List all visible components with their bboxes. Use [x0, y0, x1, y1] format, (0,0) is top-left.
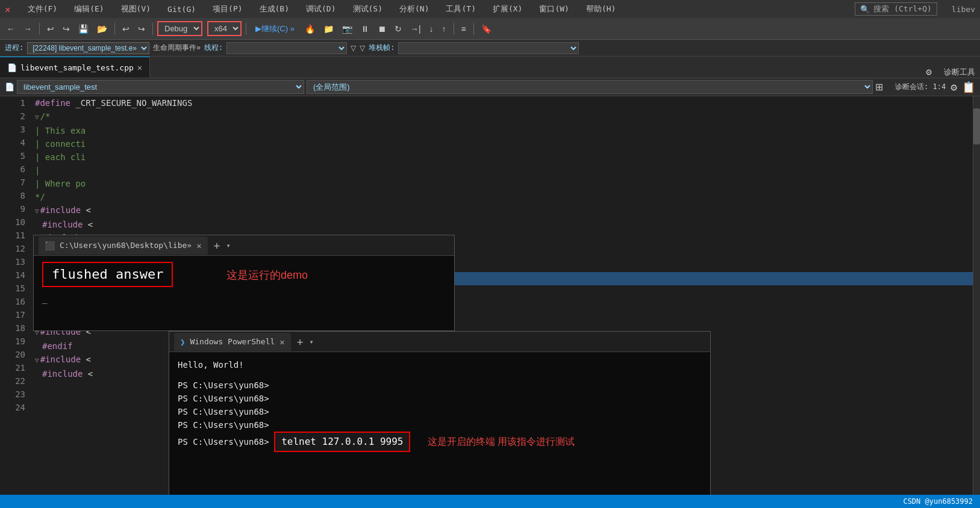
file-nav-dropdown[interactable]: libevent_sample_test	[17, 80, 304, 94]
tab-actions: ⚙ 诊断工具	[926, 66, 980, 78]
menu-project[interactable]: 项目(P)	[209, 2, 246, 16]
redo-btn[interactable]: ↪	[60, 22, 73, 36]
camera-btn[interactable]: 📷	[339, 22, 355, 36]
close-icon[interactable]: ✕	[5, 4, 11, 15]
terminal-2-close[interactable]: ✕	[279, 335, 284, 348]
ps-line-2: PS C:\Users\yun68>	[178, 392, 702, 405]
status-text: CSDN @yun6853992	[903, 497, 973, 506]
terminal-2-title: Windows PowerShell	[190, 335, 275, 348]
menu-extend[interactable]: 扩展(X)	[489, 2, 526, 16]
menu-file[interactable]: 文件(F)	[24, 2, 61, 16]
undo2-btn[interactable]: ↩	[119, 22, 133, 36]
app-name: libev	[952, 5, 975, 14]
step-over-btn[interactable]: →|	[407, 22, 424, 36]
terminal-2-body: Hello, World! PS C:\Users\yun68> PS C:\U…	[169, 352, 710, 458]
title-bar: ✕ 文件(F) 编辑(E) 视图(V) Git(G) 项目(P) 生成(B) 调…	[0, 0, 980, 18]
open-folder-btn[interactable]: 📁	[320, 22, 337, 36]
ps-line-4: PS C:\Users\yun68>	[178, 418, 702, 432]
toolbar: ← → ↩ ↪ 💾 📂 ↩ ↪ Debug x64 ▶ 继续(C) » 🔥 📁 …	[0, 18, 980, 40]
code-editor[interactable]: #define _CRT_SECURE_NO_WARNINGS ▽/* | Th…	[30, 96, 973, 508]
menu-edit[interactable]: 编辑(E)	[70, 2, 107, 16]
status-bar: CSDN @yun6853992	[0, 495, 980, 508]
menu-analyze[interactable]: 分析(N)	[396, 2, 432, 16]
restart-btn[interactable]: ↻	[392, 22, 405, 36]
terminal-2-tab[interactable]: ❯ Windows PowerShell ✕	[174, 333, 291, 351]
open-btn[interactable]: 📂	[94, 22, 110, 36]
menu-build[interactable]: 生成(B)	[256, 2, 293, 16]
terminal-2-tab-bar: ❯ Windows PowerShell ✕ + ▾	[169, 332, 710, 352]
diag-report-icon[interactable]: 📋	[962, 81, 975, 93]
terminal-1-annotation: 这是运行的demo	[226, 269, 308, 281]
terminal-1-icon: ⬛	[45, 239, 55, 252]
menu-view[interactable]: 视图(V)	[117, 2, 154, 16]
terminal-window-2[interactable]: ❯ Windows PowerShell ✕ + ▾ Hello, World!…	[169, 331, 711, 508]
step-out-btn[interactable]: ↑	[439, 22, 449, 36]
ps-telnet-line: PS C:\Users\yun68> telnet 127.0.0.1 9995…	[178, 432, 702, 452]
format-btn[interactable]: ≡	[458, 22, 469, 36]
nav-bar: 📄 libevent_sample_test (全局范围) ⊞ 诊断会话: 1:…	[0, 78, 980, 96]
menu-test[interactable]: 测试(S)	[349, 2, 386, 16]
editor-scrollbar[interactable]	[973, 96, 980, 508]
terminal-2-chevron[interactable]: ▾	[310, 335, 314, 348]
step-into-btn[interactable]: ↓	[426, 22, 437, 36]
undo-btn[interactable]: ↩	[44, 22, 57, 36]
hello-world-line: Hello, World!	[178, 358, 702, 371]
menu-debug[interactable]: 调试(D)	[302, 2, 339, 16]
terminal-1-chevron[interactable]: ▾	[226, 239, 230, 252]
search-bar[interactable]: 🔍 搜索 (Ctrl+Q)	[855, 2, 937, 16]
lifecycle-btn[interactable]: 生命周期事件»	[153, 43, 201, 53]
settings-icon[interactable]: ⚙	[926, 66, 932, 78]
file-type-icon: 📄	[5, 82, 14, 91]
diagnostics-session: 诊断会话: 1:4	[895, 82, 946, 92]
powershell-icon: ❯	[180, 335, 185, 348]
terminal-window-1[interactable]: ⬛ C:\Users\yun68\Desktop\libe» ✕ + ▾ flu…	[33, 235, 455, 331]
line-number-gutter: 1234 5678 9101112 13141516 17181920 2122…	[0, 96, 30, 508]
fire-btn[interactable]: 🔥	[302, 22, 318, 36]
ps-line-1: PS C:\Users\yun68>	[178, 379, 702, 392]
terminal-1-body: flushed answer 这是运行的demo _	[34, 256, 454, 311]
file-icon: 📄	[7, 63, 17, 72]
navigate-back-btn[interactable]: ←	[4, 22, 18, 36]
heap-select[interactable]	[398, 42, 579, 54]
terminal-1-add[interactable]: +	[210, 239, 224, 252]
terminal-1-tab[interactable]: ⬛ C:\Users\yun68\Desktop\libe» ✕	[39, 237, 208, 255]
split-editor-btn[interactable]: ⊞	[875, 81, 883, 93]
menu-tools[interactable]: 工具(T)	[442, 2, 479, 16]
terminal-1-close[interactable]: ✕	[196, 239, 201, 252]
save-btn[interactable]: 💾	[75, 22, 92, 36]
arch-dropdown[interactable]: x64	[207, 21, 242, 36]
active-tab[interactable]: 📄 libevent_sample_test.cpp ✕	[0, 57, 150, 78]
telnet-command-box: telnet 127.0.0.1 9995	[274, 432, 410, 452]
stop-btn[interactable]: ⏹	[375, 22, 389, 36]
debug-config-dropdown[interactable]: Debug	[157, 21, 202, 36]
diag-settings-icon[interactable]: ⚙	[950, 81, 957, 93]
main-area: 1234 5678 9101112 13141516 17181920 2122…	[0, 96, 980, 508]
pause-btn[interactable]: ⏸	[358, 22, 372, 36]
terminal-1-title: C:\Users\yun68\Desktop\libe»	[60, 239, 192, 252]
tab-close-icon[interactable]: ✕	[137, 63, 142, 72]
ps-line-3: PS C:\Users\yun68>	[178, 405, 702, 418]
bookmark-btn[interactable]: 🔖	[478, 22, 495, 36]
process-bar: 进程: [22248] libevent_sample_test.e» 生命周期…	[0, 40, 980, 57]
thread-label: 线程:	[204, 43, 223, 53]
menu-window[interactable]: 窗口(W)	[535, 2, 572, 16]
tab-title: libevent_sample_test.cpp	[20, 63, 134, 72]
menu-git[interactable]: Git(G)	[164, 4, 199, 15]
heap-label: 堆栈帧:	[369, 43, 395, 53]
terminal-1-tab-bar: ⬛ C:\Users\yun68\Desktop\libe» ✕ + ▾	[34, 235, 454, 256]
thread-select[interactable]	[226, 42, 347, 54]
menu-help[interactable]: 帮助(H)	[582, 2, 619, 16]
scope-nav-dropdown[interactable]: (全局范围)	[307, 80, 873, 94]
process-label: 进程:	[5, 43, 23, 53]
navigate-forward-btn[interactable]: →	[20, 22, 35, 36]
redo2-btn[interactable]: ↪	[135, 22, 148, 36]
filter-btn[interactable]: ▽	[351, 44, 356, 52]
process-select[interactable]: [22248] libevent_sample_test.e»	[27, 42, 149, 54]
flushed-answer-box: flushed answer	[42, 262, 173, 287]
continue-btn[interactable]: ▶ 继续(C) »	[251, 22, 299, 36]
diagnostics-label: 诊断工具	[944, 67, 975, 78]
tab-bar: 📄 libevent_sample_test.cpp ✕ ⚙ 诊断工具	[0, 57, 980, 78]
filter2-btn[interactable]: ▽	[360, 44, 365, 52]
terminal-2-annotation: 这是开启的终端 用该指令进行测试	[428, 436, 575, 447]
terminal-2-add[interactable]: +	[293, 335, 307, 348]
